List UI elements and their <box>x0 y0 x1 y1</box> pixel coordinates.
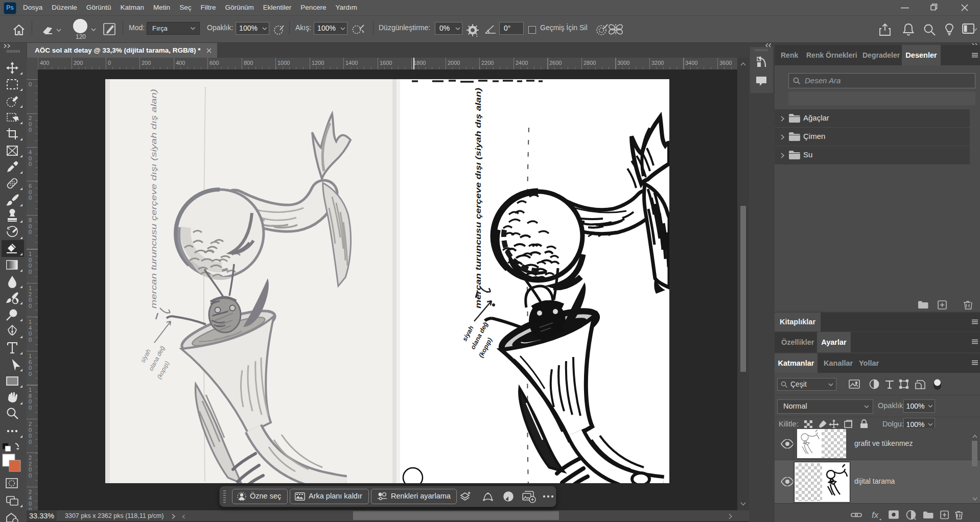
svg-text:fx: fx <box>872 510 879 520</box>
svg-text:mercan turuncusu çerçeve dışı: mercan turuncusu çerçeve dışı (siyah dış… <box>474 88 482 309</box>
svg-text:mercan turuncusu çerçeve dışı: mercan turuncusu çerçeve dışı (siyah dış… <box>150 89 158 309</box>
